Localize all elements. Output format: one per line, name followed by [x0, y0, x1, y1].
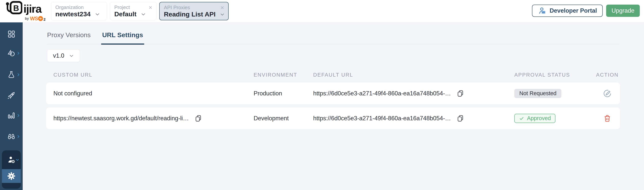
- api-proxies-value: Reading List API: [164, 10, 216, 18]
- custom-url-cell: https://newtest.saasorg.work.gd/default/…: [46, 114, 254, 122]
- copy-icon[interactable]: [456, 90, 464, 97]
- column-header-custom-url: CUSTOM URL: [46, 72, 254, 78]
- bar-chart-icon: [7, 111, 16, 120]
- table-row: Not configured Production https://6d0ce5…: [46, 83, 620, 104]
- sidebar-item-test[interactable]: [0, 69, 23, 81]
- gear-icon: [7, 172, 16, 181]
- tab-url-settings[interactable]: URL Settings: [102, 31, 143, 44]
- default-url-text: https://6d0ce5e3-a271-49f4-860a-ea16a748…: [313, 90, 451, 97]
- action-cell: [594, 89, 620, 98]
- upgrade-button[interactable]: Upgrade: [606, 4, 640, 17]
- url-settings-table: CUSTOM URL ENVIRONMENT DEFAULT URL APPRO…: [46, 69, 620, 129]
- tab-bar: Proxy Versions URL Settings: [47, 22, 620, 44]
- top-bar: B ijira by WS 2 Organizati: [0, 0, 644, 22]
- brand-name: ijira: [24, 3, 41, 14]
- approval-status-cell: Not Requested: [514, 89, 594, 98]
- wso2-byline: by WS 2: [6, 16, 46, 22]
- main-content: Proxy Versions URL Settings v1.0 CUSTOM …: [23, 22, 644, 190]
- topbar-actions: <> Developer Portal Upgrade: [532, 4, 640, 17]
- developer-portal-icon: <>: [538, 6, 546, 15]
- project-label: Project: [114, 4, 130, 10]
- copy-icon[interactable]: [194, 114, 202, 122]
- design-icon: [7, 49, 16, 58]
- app-window: B ijira by WS 2 Organizati: [0, 0, 644, 190]
- bijira-logo: B ijira by WS 2: [6, 1, 46, 22]
- sidebar-item-observe[interactable]: [0, 130, 23, 143]
- sidebar-item-insights[interactable]: [0, 109, 23, 122]
- rocket-icon: [7, 91, 16, 100]
- tab-proxy-versions[interactable]: Proxy Versions: [47, 31, 91, 44]
- environment-cell: Development: [254, 115, 313, 122]
- sidebar-item-design[interactable]: [0, 47, 23, 59]
- organization-select[interactable]: Organization newtest234: [51, 2, 107, 20]
- close-icon[interactable]: [148, 5, 153, 10]
- close-icon[interactable]: [220, 5, 225, 10]
- grid-icon: [7, 29, 16, 38]
- table-row: https://newtest.saasorg.work.gd/default/…: [46, 107, 620, 129]
- environment-cell: Production: [254, 90, 313, 97]
- binoculars-icon: [7, 132, 16, 141]
- project-select[interactable]: Project Default: [110, 2, 156, 20]
- edit-icon[interactable]: [603, 89, 612, 98]
- project-value: Default: [114, 10, 136, 18]
- chevron-down-icon[interactable]: [220, 12, 225, 17]
- check-icon: [519, 116, 524, 121]
- custom-url-text: https://newtest.saasorg.work.gd/default/…: [54, 115, 189, 122]
- sidebar-bottom-group: [2, 150, 21, 189]
- version-select-value: v1.0: [53, 52, 64, 59]
- sidebar: [0, 22, 23, 190]
- default-url-text: https://6d0ce5e3-a271-49f4-860a-ea16a748…: [313, 115, 451, 122]
- custom-url-cell: Not configured: [46, 90, 254, 97]
- api-proxies-select[interactable]: API Proxies Reading List API: [159, 2, 229, 20]
- table-header-row: CUSTOM URL ENVIRONMENT DEFAULT URL APPRO…: [46, 69, 620, 83]
- chevron-down-icon[interactable]: [141, 11, 146, 17]
- organization-label: Organization: [55, 4, 84, 10]
- column-header-default-url: DEFAULT URL: [313, 72, 514, 78]
- status-badge: Approved: [514, 114, 556, 123]
- user-gear-icon: [7, 155, 16, 164]
- chevron-down-icon: [15, 158, 20, 162]
- version-select[interactable]: v1.0: [47, 49, 80, 62]
- chevron-down-icon[interactable]: [95, 11, 100, 17]
- wso2-o-icon: [38, 16, 43, 21]
- chevron-right-icon: [16, 73, 20, 77]
- chevron-right-icon: [16, 51, 20, 55]
- approval-status-cell: Approved: [514, 114, 594, 123]
- action-cell: [594, 114, 620, 123]
- column-header-action: ACTION: [594, 72, 620, 78]
- svg-text:B: B: [13, 4, 19, 13]
- chevron-right-icon: [16, 113, 20, 118]
- api-proxies-label: API Proxies: [164, 4, 190, 10]
- sidebar-item-deploy[interactable]: [0, 89, 23, 101]
- delete-icon[interactable]: [603, 114, 612, 123]
- column-header-environment: ENVIRONMENT: [254, 72, 313, 78]
- default-url-cell: https://6d0ce5e3-a271-49f4-860a-ea16a748…: [313, 90, 514, 97]
- column-header-approval-status: APPROVAL STATUS: [514, 72, 594, 78]
- chevron-right-icon: [16, 134, 20, 139]
- sidebar-item-admin[interactable]: [2, 150, 21, 169]
- sidebar-item-dashboard[interactable]: [0, 28, 23, 40]
- chevron-down-icon: [69, 53, 74, 58]
- default-url-cell: https://6d0ce5e3-a271-49f4-860a-ea16a748…: [313, 114, 514, 122]
- bijira-logo-icon: B: [6, 1, 22, 17]
- organization-value: newtest234: [55, 10, 90, 18]
- flask-icon: [7, 70, 16, 79]
- developer-portal-button[interactable]: <> Developer Portal: [532, 4, 603, 17]
- svg-text:<>: <>: [542, 11, 545, 13]
- copy-icon[interactable]: [456, 114, 464, 122]
- sidebar-item-settings[interactable]: [2, 169, 21, 183]
- status-badge: Not Requested: [514, 89, 562, 98]
